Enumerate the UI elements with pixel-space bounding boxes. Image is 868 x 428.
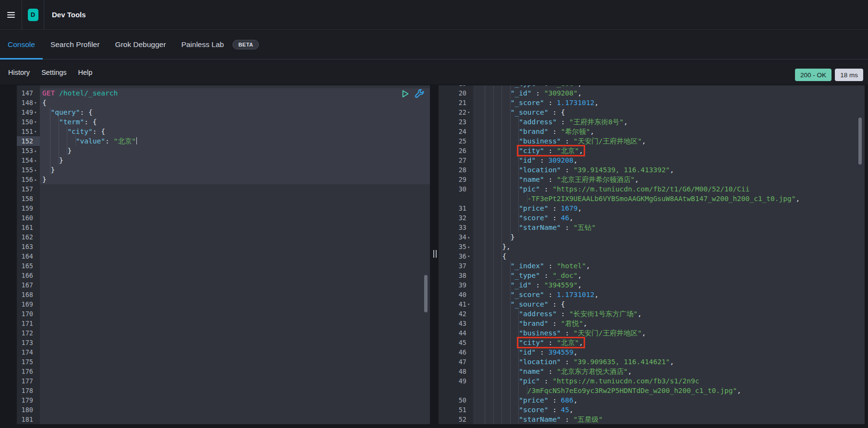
- code-line[interactable]: 151▾"city": {: [17, 127, 430, 136]
- code-line[interactable]: 171: [17, 319, 430, 328]
- code-line[interactable]: 22▾"_source" : {: [439, 107, 865, 117]
- tab-search-profiler[interactable]: Search Profiler: [43, 30, 108, 59]
- code-line[interactable]: 157: [17, 184, 430, 194]
- code-line[interactable]: 165: [17, 261, 430, 271]
- code-line[interactable]: 175: [17, 357, 430, 367]
- code-line[interactable]: 40"_score" : 1.1731012,: [439, 290, 865, 299]
- request-scrollbar[interactable]: [424, 275, 428, 312]
- fold-arrow-icon[interactable]: ▴: [466, 242, 473, 251]
- code-line[interactable]: 164: [17, 251, 430, 261]
- code-line[interactable]: 149▾"query": {: [17, 107, 430, 117]
- code-line[interactable]: 28"location" : "39.914539, 116.413392",: [439, 165, 865, 175]
- code-line[interactable]: 167: [17, 280, 430, 290]
- code-line[interactable]: 21"_score" : 1.1731012,: [439, 98, 865, 107]
- code-line[interactable]: 34▴}: [439, 232, 865, 242]
- code-line[interactable]: 177: [17, 376, 430, 386]
- request-options-wrench-icon[interactable]: [415, 89, 424, 101]
- tab-painless-lab[interactable]: Painless Lab: [173, 30, 232, 59]
- code-line[interactable]: 160: [17, 213, 430, 223]
- code-line[interactable]: 50"price" : 686,: [439, 395, 865, 405]
- fold-arrow-icon[interactable]: ▾: [466, 299, 473, 309]
- code-line[interactable]: 49"pic" : "https://m.tuniucdn.com/fb3/s1…: [439, 376, 865, 386]
- code-line[interactable]: 163: [17, 242, 430, 251]
- code-line[interactable]: 37"_index" : "hotel",: [439, 261, 865, 271]
- code-line[interactable]: 23"address" : "王府井东街8号",: [439, 117, 865, 127]
- code-line[interactable]: 153▴}: [17, 146, 430, 155]
- code-line[interactable]: 25"business" : "天安门/王府井地区",: [439, 136, 865, 146]
- code-line[interactable]: /3mFqcNSh7eEo9yc3Rw2P5HDNTdDe_w200_h200_…: [439, 386, 865, 395]
- code-line[interactable]: 152"value": "北京": [17, 136, 430, 146]
- code-line[interactable]: 29"name" : "北京王府井希尔顿酒店",: [439, 175, 865, 184]
- code-line[interactable]: 32"score" : 46,: [439, 213, 865, 223]
- code-line[interactable]: 168: [17, 290, 430, 299]
- fold-arrow-icon[interactable]: ▴: [33, 155, 40, 165]
- line-number: 154: [22, 155, 33, 165]
- code-line[interactable]: 161: [17, 223, 430, 232]
- code-line[interactable]: 172: [17, 328, 430, 338]
- fold-arrow-icon[interactable]: ▾: [33, 117, 40, 127]
- code-line[interactable]: 148▾{: [17, 98, 430, 107]
- fold-arrow-icon[interactable]: ▴: [33, 146, 40, 155]
- code-line[interactable]: 180: [17, 405, 430, 415]
- history-menu-item[interactable]: History: [8, 69, 30, 76]
- settings-menu-item[interactable]: Settings: [41, 69, 66, 76]
- code-line[interactable]: 176: [17, 367, 430, 376]
- code-line[interactable]: 36▾{: [439, 251, 865, 261]
- fold-arrow-icon[interactable]: ▾: [33, 98, 40, 107]
- send-request-button[interactable]: [401, 89, 410, 101]
- code-line[interactable]: 45"city" : "北京",: [439, 338, 865, 347]
- code-line[interactable]: 154▴}: [17, 155, 430, 165]
- code-line[interactable]: 35▴},: [439, 242, 865, 251]
- response-viewer-pane[interactable]: 19"_type" : "_doc",20"_id" : "309208",21…: [439, 85, 865, 424]
- fold-arrow-icon[interactable]: ▴: [33, 165, 40, 175]
- code-line[interactable]: 170: [17, 309, 430, 319]
- code-line[interactable]: 24"brand" : "希尔顿",: [439, 127, 865, 136]
- code-line[interactable]: 162: [17, 232, 430, 242]
- code-line[interactable]: 181: [17, 415, 430, 424]
- tab-console[interactable]: Console: [0, 30, 43, 59]
- code-line[interactable]: 38"_type" : "_doc",: [439, 271, 865, 280]
- code-line[interactable]: 147GET /hotel/_search: [17, 88, 430, 98]
- code-line[interactable]: 150▾"term": {: [17, 117, 430, 127]
- code-line[interactable]: 46"id" : 394559,: [439, 347, 865, 357]
- code-line[interactable]: 20"_id" : "309208",: [439, 88, 865, 98]
- code-line[interactable]: 169: [17, 299, 430, 309]
- code-line[interactable]: 27"id" : 309208,: [439, 155, 865, 165]
- fold-arrow-icon[interactable]: ▴: [33, 175, 40, 184]
- code-line[interactable]: 33"starName" : "五钻": [439, 223, 865, 232]
- code-line[interactable]: 30"pic" : "https://m.tuniucdn.com/fb2/t1…: [439, 184, 865, 194]
- code-line[interactable]: -TF3ePt2IX9UEAALb6VYBSmoAAGKMgGsuW8AAtwB…: [439, 194, 865, 203]
- code-line[interactable]: 41▾"_source" : {: [439, 299, 865, 309]
- fold-arrow-icon[interactable]: ▾: [33, 127, 40, 136]
- code-line[interactable]: 31"price" : 1679,: [439, 203, 865, 213]
- fold-arrow-icon[interactable]: ▴: [466, 232, 473, 242]
- code-line[interactable]: 179: [17, 395, 430, 405]
- tab-grok-debugger[interactable]: Grok Debugger: [107, 30, 173, 59]
- code-line[interactable]: 155▴}: [17, 165, 430, 175]
- help-menu-item[interactable]: Help: [78, 69, 93, 76]
- code-line[interactable]: 39"_id" : "394559",: [439, 280, 865, 290]
- fold-arrow-icon[interactable]: ▾: [466, 107, 473, 117]
- response-scrollbar[interactable]: [858, 118, 862, 165]
- code-line[interactable]: 44"business" : "天安门/王府井地区",: [439, 328, 865, 338]
- fold-arrow-icon[interactable]: ▾: [33, 107, 40, 117]
- code-line[interactable]: 42"address" : "长安街1号东方广场",: [439, 309, 865, 319]
- request-editor-pane[interactable]: 147GET /hotel/_search148▾{149▾"query": {…: [17, 85, 430, 424]
- fold-arrow-icon[interactable]: ▾: [466, 251, 473, 261]
- code-line[interactable]: 43"brand" : "君悦",: [439, 319, 865, 328]
- code-line[interactable]: 48"name" : "北京东方君悦大酒店",: [439, 367, 865, 376]
- code-line[interactable]: 174: [17, 347, 430, 357]
- code-line[interactable]: 178: [17, 386, 430, 395]
- pane-resizer-handle[interactable]: [432, 250, 438, 259]
- code-line[interactable]: 158: [17, 194, 430, 203]
- code-line[interactable]: 156▴}: [17, 175, 430, 184]
- code-line[interactable]: 173: [17, 338, 430, 347]
- code-line[interactable]: 51"score" : 45,: [439, 405, 865, 415]
- code-line[interactable]: 47"location" : "39.909635, 116.414621",: [439, 357, 865, 367]
- code-line[interactable]: 52"starName" : "五星级": [439, 415, 865, 424]
- code-line[interactable]: 166: [17, 271, 430, 280]
- code-line[interactable]: 159: [17, 203, 430, 213]
- menu-hamburger-icon[interactable]: [0, 0, 22, 30]
- kibana-space-logo[interactable]: D: [28, 9, 38, 21]
- code-line[interactable]: 26"city" : "北京",: [439, 146, 865, 155]
